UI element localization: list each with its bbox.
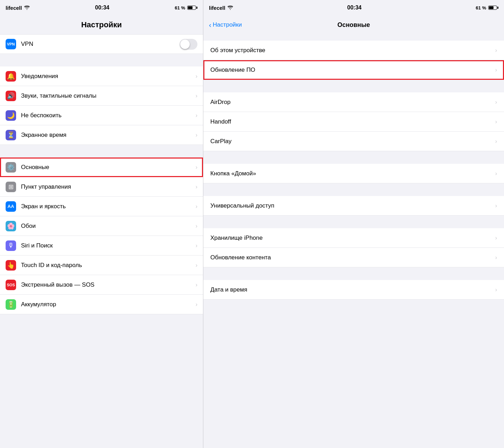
back-arrow-icon: ‹ [209,21,211,29]
right-status-right: 61 % [476,5,498,10]
left-nav-header: Настройки [0,15,203,34]
update-chevron: › [495,67,497,73]
accessibility-label: Универсальный доступ [210,202,495,209]
left-settings-list: VPN VPN 🔔 Уведомления › 🔊 Звуки, тактиль… [0,34,203,448]
right-row-homebutton[interactable]: Кнопка «Домой» › [203,164,504,183]
sounds-chevron: › [196,93,197,99]
settings-row-notifications[interactable]: 🔔 Уведомления › [0,66,203,86]
settings-row-siri[interactable]: 🎙 Siri и Поиск › [0,236,203,255]
storage-chevron: › [495,235,497,241]
left-status-left: lifecell [6,5,30,11]
control-label: Пункт управления [21,183,196,190]
spacer-1 [0,54,203,66]
spacer-2 [0,145,203,158]
datetime-label: Дата и время [210,286,495,293]
right-spacer-5 [203,267,504,280]
general-label: Основные [21,164,196,171]
control-icon: ⊞ [6,182,16,192]
left-status-bar: lifecell 00:34 61 % [0,0,203,15]
left-battery-icon [187,6,197,10]
right-battery-pct: 61 % [476,5,486,10]
sounds-label: Звуки, тактильные сигналы [21,92,196,99]
sounds-icon: 🔊 [6,91,16,101]
battery-row-icon: 🔋 [6,299,16,310]
display-label: Экран и яркость [21,203,196,210]
left-status-right: 61 % [175,5,197,10]
wallpaper-chevron: › [196,223,197,229]
right-status-left: lifecell [209,5,233,11]
screentime-chevron: › [196,132,197,138]
update-label: Обновление ПО [210,66,495,74]
right-row-about[interactable]: Об этом устройстве › [203,41,504,60]
airdrop-chevron: › [495,99,497,105]
right-row-datetime[interactable]: Дата и время › [203,280,504,300]
display-icon: AA [6,201,16,212]
settings-row-display[interactable]: AA Экран и яркость › [0,197,203,216]
left-nav-title: Настройки [81,20,122,29]
right-settings-list: Об этом устройстве › Обновление ПО › Air… [203,34,504,448]
left-status-time: 00:34 [95,5,110,11]
settings-row-battery[interactable]: 🔋 Аккумулятор › [0,295,203,314]
right-row-update[interactable]: Обновление ПО › [203,60,504,80]
settings-row-vpn[interactable]: VPN VPN [0,34,203,54]
right-spacer-top [203,34,504,41]
right-row-accessibility[interactable]: Универсальный доступ › [203,196,504,216]
wallpaper-label: Обои [21,223,196,230]
battery-chevron: › [196,301,197,308]
right-row-storage[interactable]: Хранилище iPhone › [203,228,504,248]
siri-icon: 🎙 [6,240,16,251]
siri-chevron: › [196,243,197,249]
notifications-label: Уведомления [21,73,196,80]
settings-row-sos[interactable]: SOS Экстренный вызов — SOS › [0,275,203,295]
homebutton-label: Кнопка «Домой» [210,170,495,177]
settings-row-touchid[interactable]: 👆 Touch ID и код-пароль › [0,255,203,275]
about-chevron: › [495,47,497,54]
right-status-time: 00:34 [347,5,362,11]
settings-row-screentime[interactable]: ⏳ Экранное время › [0,125,203,145]
dnd-chevron: › [196,112,197,119]
display-chevron: › [196,203,197,210]
left-battery-pct: 61 % [175,5,185,10]
back-button[interactable]: ‹ Настройки [209,21,242,29]
siri-label: Siri и Поиск [21,242,196,249]
datetime-chevron: › [495,287,497,293]
general-chevron: › [196,164,197,170]
right-spacer-4 [203,216,504,228]
handoff-chevron: › [495,119,497,125]
left-wifi-icon [24,5,30,11]
right-row-bgrefresh[interactable]: Обновление контента › [203,248,504,267]
right-nav-header: ‹ Настройки Основные [203,15,504,34]
right-battery-icon [488,6,498,10]
settings-row-dnd[interactable]: 🌙 Не беспокоить › [0,106,203,125]
notifications-chevron: › [196,73,197,79]
right-row-airdrop[interactable]: AirDrop › [203,92,504,112]
right-spacer-2 [203,151,504,164]
left-carrier: lifecell [6,5,22,11]
sos-chevron: › [196,282,197,288]
right-spacer-3 [203,183,504,196]
touchid-label: Touch ID и код-пароль [21,262,196,269]
right-row-carplay[interactable]: CarPlay › [203,132,504,151]
vpn-toggle[interactable] [180,39,197,50]
settings-row-wallpaper[interactable]: 🌸 Обои › [0,216,203,236]
touchid-icon: 👆 [6,260,16,271]
touchid-chevron: › [196,262,197,268]
battery-label: Аккумулятор [21,301,196,308]
settings-row-sounds[interactable]: 🔊 Звуки, тактильные сигналы › [0,86,203,106]
settings-row-general[interactable]: ⚙️ Основные › [0,158,203,177]
settings-row-control[interactable]: ⊞ Пункт управления › [0,177,203,197]
bgrefresh-chevron: › [495,254,497,261]
screentime-icon: ⏳ [6,130,16,140]
right-spacer-1 [203,80,504,92]
vpn-icon: VPN [6,39,16,49]
right-row-handoff[interactable]: Handoff › [203,112,504,132]
vpn-label: VPN [21,41,180,48]
sos-icon: SOS [6,280,16,290]
carplay-chevron: › [495,138,497,145]
right-status-bar: lifecell 00:34 61 % [203,0,504,15]
right-nav-title: Основные [203,21,504,29]
control-chevron: › [196,184,197,190]
left-panel: lifecell 00:34 61 % Настройки [0,0,203,448]
bgrefresh-label: Обновление контента [210,254,495,261]
right-carrier: lifecell [209,5,225,11]
